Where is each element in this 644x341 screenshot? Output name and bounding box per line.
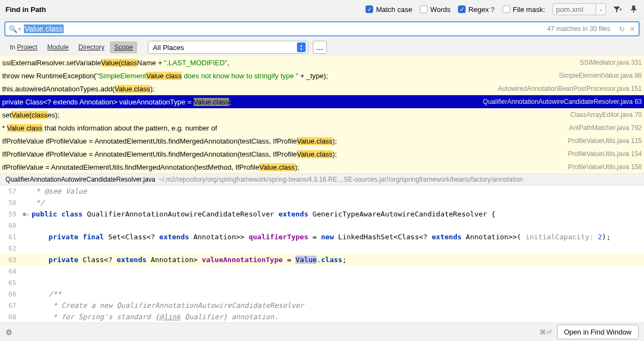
result-row[interactable]: ifProfileValue = AnnotatedElementUtils.f… <box>0 160 644 173</box>
match-case-checkbox[interactable]: Match case <box>366 5 412 14</box>
more-button[interactable]: … <box>313 41 327 54</box>
result-row[interactable]: * Value class that holds information abo… <box>0 121 644 134</box>
scope-tabs: In Project Module Directory Scope All Pl… <box>0 39 644 56</box>
search-field[interactable]: 🔍 ▾ Value.class 47 matches in 30 files ↻… <box>4 21 640 36</box>
words-checkbox[interactable]: Words <box>420 5 450 14</box>
chevron-updown-icon: ▴▾ <box>297 42 306 52</box>
checkbox-icon <box>420 5 428 13</box>
dialog-footer: ⚙ ⌘⏎ Open in Find Window <box>0 323 644 341</box>
result-row-selected[interactable]: private Class<? extends Annotation> valu… <box>0 95 644 108</box>
checkbox-icon <box>503 5 510 13</box>
result-row[interactable]: setValue(classes); ClassArrayEditor.java… <box>0 108 644 121</box>
checkbox-icon <box>366 5 373 13</box>
search-history-dropdown[interactable]: ▾ <box>18 27 21 32</box>
shortcut-hint: ⌘⏎ <box>540 328 552 336</box>
preview-editor[interactable]: 57 * @see Value 58 */ 59●↓public class Q… <box>0 185 644 323</box>
checkbox-icon <box>458 5 466 13</box>
pin-icon[interactable] <box>629 4 639 14</box>
result-row[interactable]: throw new RuntimeException("SimpleElemen… <box>0 69 644 82</box>
scope-value: All Places <box>153 44 297 52</box>
close-icon[interactable]: ✕ <box>629 25 635 33</box>
tab-project[interactable]: In Project <box>5 41 42 53</box>
reload-icon[interactable]: ↻ <box>619 25 625 33</box>
file-mask-label: File mask: <box>513 5 545 14</box>
file-mask-input[interactable] <box>553 3 596 15</box>
gutter-icon[interactable]: ●↓ <box>23 211 32 217</box>
match-case-label: Match case <box>376 5 412 14</box>
tab-scope[interactable]: Scope <box>110 41 137 53</box>
preview-filename: QualifierAnnotationAutowireCandidateReso… <box>5 176 156 183</box>
result-row[interactable]: this.autowiredAnnotationTypes.add(Value.… <box>0 82 644 95</box>
open-in-find-window-button[interactable]: Open in Find Window <box>557 325 639 339</box>
dialog-title: Find in Path <box>5 5 46 14</box>
gear-icon[interactable]: ⚙ <box>5 328 13 337</box>
dialog-header: Find in Path Match case Words Regex ? Fi… <box>0 0 644 19</box>
search-icon: 🔍 <box>9 25 17 33</box>
search-input[interactable]: Value.class <box>24 24 547 33</box>
preview-path: QualifierAnnotationAutowireCandidateReso… <box>0 173 644 185</box>
result-row[interactable]: ssiExternalResolver.setVariableValue(cla… <box>0 56 644 69</box>
filter-icon[interactable]: ▾ <box>612 4 622 14</box>
file-mask-checkbox[interactable]: File mask: <box>503 5 545 14</box>
regex-label: Regex <box>468 5 489 14</box>
result-row[interactable]: IfProfileValue ifProfileValue = Annotate… <box>0 147 644 160</box>
regex-checkbox[interactable]: Regex ? <box>458 5 495 14</box>
tab-module[interactable]: Module <box>43 41 73 53</box>
result-row[interactable]: IfProfileValue ifProfileValue = Annotate… <box>0 134 644 147</box>
preview-filepath: ~/.m2/repository/org/springframework/spr… <box>159 176 523 183</box>
words-label: Words <box>430 5 450 14</box>
scope-dropdown[interactable]: All Places ▴▾ <box>148 41 308 54</box>
results-list: ssiExternalResolver.setVariableValue(cla… <box>0 56 644 173</box>
file-mask-dropdown[interactable]: ⌄ <box>596 3 606 15</box>
tab-directory[interactable]: Directory <box>74 41 109 53</box>
help-icon[interactable]: ? <box>491 5 495 14</box>
match-count: 47 matches in 30 files <box>547 25 610 33</box>
